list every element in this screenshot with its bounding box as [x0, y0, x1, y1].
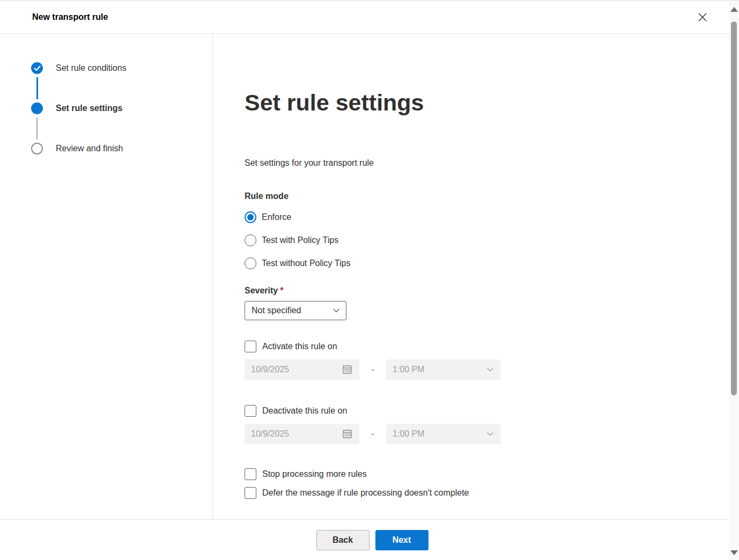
stop-processing-row: Stop processing more rules [245, 468, 729, 480]
scroll-up-button[interactable] [730, 7, 738, 12]
deactivate-date-input: 10/9/2025 [245, 424, 359, 444]
step-connector [36, 117, 38, 139]
step-connector [36, 77, 38, 99]
scroll-down-button[interactable] [730, 550, 738, 555]
stop-processing-checkbox[interactable] [245, 468, 256, 480]
deactivate-time-dropdown: 1:00 PM [386, 424, 501, 444]
dialog-footer: Back Next [0, 519, 729, 560]
activate-date-input: 10/9/2025 [245, 359, 359, 380]
date-value: 10/9/2025 [251, 365, 342, 374]
close-icon [698, 12, 707, 22]
radio-unselected-icon [245, 257, 256, 269]
activate-datetime-row: 10/9/2025 - 1:00 PM [245, 359, 729, 380]
date-time-separator: - [359, 429, 386, 439]
radio-option-enforce[interactable]: Enforce [245, 210, 729, 224]
activate-label[interactable]: Activate this rule on [262, 342, 337, 351]
chevron-down-icon [486, 430, 494, 438]
step-label: Set rule conditions [56, 63, 127, 73]
radio-unselected-icon [245, 234, 256, 246]
dialog-title: New transport rule [32, 12, 108, 22]
step-completed-icon [31, 62, 43, 74]
time-value: 1:00 PM [393, 365, 486, 374]
deactivate-datetime-row: 10/9/2025 - 1:00 PM [245, 424, 729, 444]
main-content: Set rule settings Set settings for your … [213, 34, 729, 519]
radio-option-test-without-policy-tips[interactable]: Test without Policy Tips [245, 256, 729, 270]
scrollbar-thumb[interactable] [731, 21, 737, 395]
activate-checkbox[interactable] [245, 341, 256, 352]
deactivate-rule-row: Deactivate this rule on [245, 405, 729, 417]
wizard-steps: Set rule conditions Set rule settings Re… [0, 34, 213, 519]
required-asterisk: * [280, 286, 283, 295]
radio-option-test-with-policy-tips[interactable]: Test with Policy Tips [245, 233, 729, 247]
page-title: Set rule settings [245, 89, 729, 117]
date-value: 10/9/2025 [251, 429, 342, 439]
chevron-down-icon [332, 306, 341, 315]
stop-processing-label[interactable]: Stop processing more rules [262, 469, 367, 479]
defer-message-row: Defer the message if rule processing doe… [245, 487, 729, 499]
back-button[interactable]: Back [316, 530, 370, 550]
step-current-indicator [31, 102, 43, 114]
radio-label: Test with Policy Tips [262, 235, 338, 245]
calendar-icon [342, 364, 353, 375]
calendar-icon [342, 428, 353, 439]
radio-selected-icon [245, 211, 256, 223]
severity-label: Severity* [245, 286, 729, 296]
activate-time-dropdown: 1:00 PM [386, 359, 501, 380]
new-transport-rule-dialog: New transport rule Set rule conditions S… [0, 0, 739, 560]
date-time-separator: - [359, 365, 386, 374]
deactivate-checkbox[interactable] [245, 405, 256, 417]
defer-message-checkbox[interactable] [245, 487, 256, 499]
step-label: Review and finish [56, 144, 123, 153]
close-button[interactable] [693, 8, 712, 26]
deactivate-label[interactable]: Deactivate this rule on [262, 406, 347, 416]
activate-rule-row: Activate this rule on [245, 341, 729, 352]
wizard-step-review-and-finish[interactable]: Review and finish [31, 143, 123, 154]
step-label: Set rule settings [56, 104, 122, 113]
scrollbar[interactable] [729, 1, 739, 560]
step-upcoming-indicator [31, 143, 43, 154]
page-subtitle: Set settings for your transport rule [245, 158, 729, 168]
wizard-step-set-rule-conditions[interactable]: Set rule conditions [31, 62, 127, 74]
chevron-down-icon [486, 365, 494, 374]
rule-mode-radio-group: Enforce Test with Policy Tips Test witho… [245, 210, 729, 270]
rule-mode-label: Rule mode [245, 191, 729, 201]
defer-message-label[interactable]: Defer the message if rule processing doe… [262, 488, 469, 498]
next-button[interactable]: Next [375, 530, 428, 550]
severity-value: Not specified [252, 306, 332, 315]
time-value: 1:00 PM [393, 429, 486, 439]
dialog-header: New transport rule [0, 1, 729, 34]
severity-dropdown[interactable]: Not specified [245, 301, 346, 320]
radio-label: Enforce [262, 212, 291, 222]
wizard-step-set-rule-settings[interactable]: Set rule settings [31, 102, 122, 114]
radio-label: Test without Policy Tips [262, 259, 350, 268]
